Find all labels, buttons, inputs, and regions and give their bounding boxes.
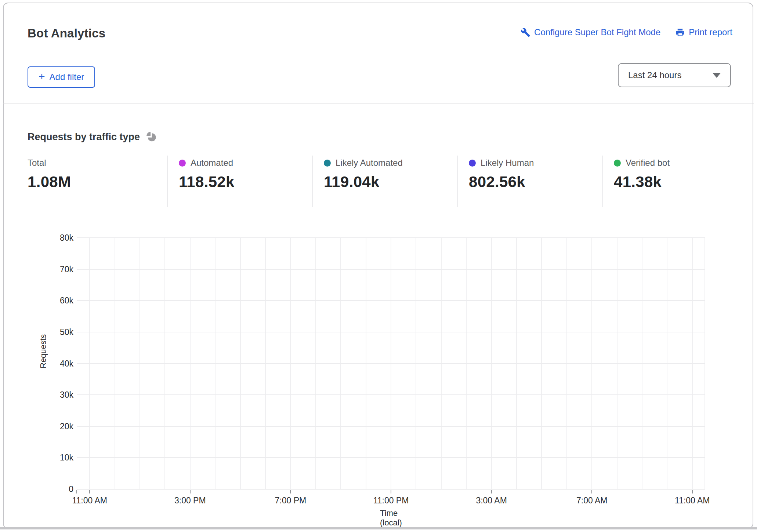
y-axis-tick-label: 30k — [40, 390, 73, 400]
y-axis-tick-label: 10k — [40, 453, 73, 463]
x-axis-tick-mark — [491, 490, 492, 493]
stat-divider — [312, 156, 313, 207]
x-axis-origin-tick — [76, 490, 77, 493]
x-axis-tick-mark — [89, 490, 90, 493]
x-axis-tick-label: 7:00 AM — [576, 496, 607, 506]
stat-label: Likely Automated — [336, 158, 403, 168]
x-axis-tick-mark — [692, 490, 693, 493]
stat-label: Likely Human — [481, 158, 534, 168]
header-actions: Configure Super Bot Fight Mode Print rep… — [521, 27, 732, 37]
x-axis-tick-label: 11:00 AM — [675, 496, 710, 506]
x-axis-tick-label: 7:00 PM — [275, 496, 307, 506]
stat-label: Automated — [191, 158, 233, 168]
printer-icon — [675, 28, 685, 37]
legend-dot-icon — [469, 160, 476, 167]
y-axis-tick-label: 70k — [40, 264, 73, 274]
stat-label: Verified bot — [626, 158, 670, 168]
print-link-label: Print report — [689, 27, 732, 37]
time-range-dropdown[interactable]: Last 24 hours — [618, 63, 731, 87]
x-axis-tick-mark — [391, 490, 391, 493]
page-title: Bot Analytics — [28, 26, 105, 40]
horizontal-gridline — [77, 363, 705, 364]
print-report-link[interactable]: Print report — [675, 27, 732, 37]
stat-likely-automated[interactable]: Likely Automated119.04k — [324, 158, 403, 191]
wrench-icon — [521, 28, 530, 37]
stat-value: 802.56k — [469, 173, 534, 191]
stat-automated[interactable]: Automated118.52k — [179, 158, 235, 191]
stat-verified-bot[interactable]: Verified bot41.38k — [614, 158, 670, 191]
x-axis-line — [77, 489, 705, 489]
y-axis-tick-label: 20k — [40, 421, 73, 431]
x-axis-tick-label: 3:00 AM — [476, 496, 507, 506]
horizontal-gridline — [77, 332, 705, 332]
stat-value: 41.38k — [614, 173, 670, 191]
stats-row: Total1.08MAutomated118.52kLikely Automat… — [0, 156, 757, 209]
stat-total: Total1.08M — [28, 158, 71, 191]
section-title: Requests by traffic type — [28, 131, 140, 143]
configure-super-bot-fight-mode-link[interactable]: Configure Super Bot Fight Mode — [521, 27, 660, 37]
plus-icon: + — [39, 71, 45, 82]
y-axis-tick-label: 60k — [40, 296, 73, 306]
horizontal-gridline — [77, 269, 705, 270]
x-axis-tick-mark — [190, 490, 191, 493]
add-filter-label: Add filter — [50, 72, 84, 82]
stat-divider — [167, 156, 168, 207]
y-axis-title: Requests — [39, 334, 48, 368]
time-range-value: Last 24 hours — [628, 70, 681, 80]
stat-value: 118.52k — [179, 173, 235, 191]
x-axis-tick-label: 3:00 PM — [174, 496, 206, 506]
x-axis-title: Time (local) — [380, 509, 402, 528]
horizontal-gridline — [77, 237, 705, 238]
x-axis-tick-label: 11:00 PM — [373, 496, 409, 506]
bottom-section-divider — [0, 527, 757, 529]
horizontal-gridline — [77, 300, 705, 301]
stat-likely-human[interactable]: Likely Human802.56k — [469, 158, 534, 191]
add-filter-button[interactable]: + Add filter — [28, 66, 95, 88]
legend-dot-icon — [179, 160, 186, 167]
x-axis-tick-mark — [290, 490, 291, 493]
stat-value: 1.08M — [28, 173, 71, 191]
y-axis-tick-label: 0 — [40, 484, 73, 494]
x-axis-tick-mark — [591, 490, 592, 493]
legend-dot-icon — [324, 160, 331, 167]
horizontal-gridline — [77, 457, 705, 458]
legend-dot-icon — [614, 160, 621, 167]
chevron-down-icon — [713, 73, 721, 78]
stat-divider — [602, 156, 603, 207]
stat-label: Total — [28, 158, 46, 168]
x-axis-tick-label: 11:00 AM — [72, 496, 107, 506]
stat-value: 119.04k — [324, 173, 403, 191]
horizontal-gridline — [77, 426, 705, 427]
stat-divider — [457, 156, 458, 207]
configure-link-label: Configure Super Bot Fight Mode — [534, 27, 660, 37]
pie-chart-icon — [146, 131, 157, 144]
header-divider — [3, 103, 754, 103]
horizontal-gridline — [77, 394, 705, 395]
y-axis-tick-label: 80k — [40, 233, 73, 243]
